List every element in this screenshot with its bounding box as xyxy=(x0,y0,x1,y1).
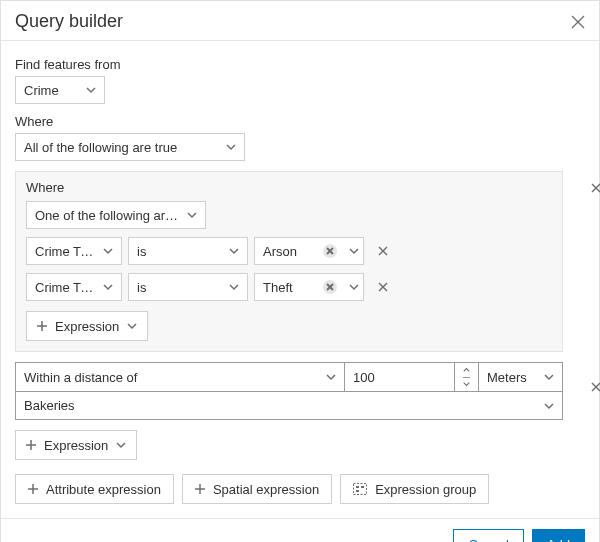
dialog-title: Query builder xyxy=(15,11,123,32)
add-clause-row: Attribute expression Spatial expression … xyxy=(15,474,585,504)
operator-value: is xyxy=(137,280,223,295)
operator-value: is xyxy=(137,244,223,259)
chevron-down-icon xyxy=(229,246,239,256)
add-attribute-expression-button[interactable]: Attribute expression xyxy=(15,474,174,504)
field-value: Crime Type xyxy=(35,244,97,259)
remove-group-button[interactable] xyxy=(587,179,600,197)
dialog-header: Query builder xyxy=(1,1,599,40)
operator-select[interactable]: is xyxy=(128,237,248,265)
expression-group-icon xyxy=(353,483,367,495)
expression-group-wrapper: Where One of the following are tr… Crime… xyxy=(15,171,585,352)
svg-rect-23 xyxy=(356,486,359,488)
add-expression-group-button[interactable]: Expression group xyxy=(340,474,489,504)
field-select[interactable]: Crime Type xyxy=(26,273,122,301)
distance-stepper xyxy=(454,363,478,391)
spatial-expression: Within a distance of 100 xyxy=(15,362,563,460)
add-button[interactable]: Add xyxy=(532,529,585,542)
add-group-label: Expression group xyxy=(375,482,476,497)
add-spatial-label: Spatial expression xyxy=(213,482,319,497)
chevron-down-icon xyxy=(226,142,236,152)
svg-rect-24 xyxy=(356,490,359,492)
chevron-down-icon xyxy=(86,85,96,95)
add-expression-button[interactable]: Expression xyxy=(26,311,148,341)
distance-value: 100 xyxy=(353,370,375,385)
layer-select-value: Crime xyxy=(24,83,80,98)
expression-row: Crime Type is Arson xyxy=(26,237,552,265)
spatial-target-select[interactable]: Bakeries xyxy=(15,392,563,420)
distance-input[interactable]: 100 xyxy=(344,363,454,391)
field-value: Crime Type xyxy=(35,280,97,295)
chevron-down-icon xyxy=(229,282,239,292)
value-text: Arson xyxy=(263,244,317,259)
plus-icon xyxy=(195,484,205,494)
plus-icon xyxy=(37,321,47,331)
add-expression-label: Expression xyxy=(44,438,108,453)
operator-select[interactable]: is xyxy=(128,273,248,301)
logical-operator-value: All of the following are true xyxy=(24,140,220,155)
group-where-label: Where xyxy=(26,180,552,195)
plus-icon xyxy=(28,484,38,494)
add-attribute-label: Attribute expression xyxy=(46,482,161,497)
unit-value: Meters xyxy=(487,370,527,385)
chevron-down-icon xyxy=(544,401,554,411)
remove-spatial-button[interactable] xyxy=(587,378,600,396)
logical-operator-select[interactable]: All of the following are true xyxy=(15,133,245,161)
expression-row: Crime Type is Theft xyxy=(26,273,552,301)
spatial-expression-wrapper: Within a distance of 100 xyxy=(15,362,585,460)
query-builder-dialog: Query builder Find features from Crime W… xyxy=(0,0,600,542)
value-select[interactable]: Arson xyxy=(254,237,364,265)
layer-select[interactable]: Crime xyxy=(15,76,105,104)
group-logical-operator-value: One of the following are tr… xyxy=(35,208,181,223)
chevron-down-icon xyxy=(544,372,554,382)
cancel-button[interactable]: Cancel xyxy=(453,529,523,542)
add-expression-button[interactable]: Expression xyxy=(15,430,137,460)
spatial-relationship-select[interactable]: Within a distance of xyxy=(16,363,344,391)
chevron-down-icon xyxy=(116,440,126,450)
spatial-relationship-value: Within a distance of xyxy=(24,370,137,385)
stepper-down-button[interactable] xyxy=(463,377,470,392)
spatial-target-value: Bakeries xyxy=(24,398,75,413)
chevron-down-icon xyxy=(463,380,470,388)
close-icon[interactable] xyxy=(571,15,585,29)
unit-select[interactable]: Meters xyxy=(478,363,562,391)
svg-rect-25 xyxy=(361,486,364,488)
close-icon xyxy=(378,282,388,292)
remove-row-button[interactable] xyxy=(374,242,392,260)
chevron-down-icon xyxy=(349,282,359,292)
value-select[interactable]: Theft xyxy=(254,273,364,301)
chevron-down-icon xyxy=(349,246,359,256)
dialog-body: Find features from Crime Where All of th… xyxy=(1,41,599,518)
add-spatial-expression-button[interactable]: Spatial expression xyxy=(182,474,332,504)
where-label: Where xyxy=(15,114,585,129)
dialog-footer: Cancel Add xyxy=(1,518,599,542)
chevron-down-icon xyxy=(103,246,113,256)
chevron-down-icon xyxy=(127,321,137,331)
chevron-down-icon xyxy=(326,372,336,382)
close-icon xyxy=(591,183,600,193)
find-features-label: Find features from xyxy=(15,57,585,72)
chevron-up-icon xyxy=(463,366,470,374)
expression-group: Where One of the following are tr… Crime… xyxy=(15,171,563,352)
chevron-down-icon xyxy=(187,210,197,220)
remove-row-button[interactable] xyxy=(374,278,392,296)
close-icon xyxy=(591,382,600,392)
clear-value-icon[interactable] xyxy=(323,244,337,258)
chevron-down-icon xyxy=(103,282,113,292)
stepper-up-button[interactable] xyxy=(463,363,470,377)
spatial-row-params: Within a distance of 100 xyxy=(15,362,563,392)
field-select[interactable]: Crime Type xyxy=(26,237,122,265)
close-icon xyxy=(378,246,388,256)
clear-value-icon[interactable] xyxy=(323,280,337,294)
group-logical-operator-select[interactable]: One of the following are tr… xyxy=(26,201,206,229)
plus-icon xyxy=(26,440,36,450)
svg-rect-22 xyxy=(354,484,367,495)
value-text: Theft xyxy=(263,280,317,295)
add-expression-label: Expression xyxy=(55,319,119,334)
